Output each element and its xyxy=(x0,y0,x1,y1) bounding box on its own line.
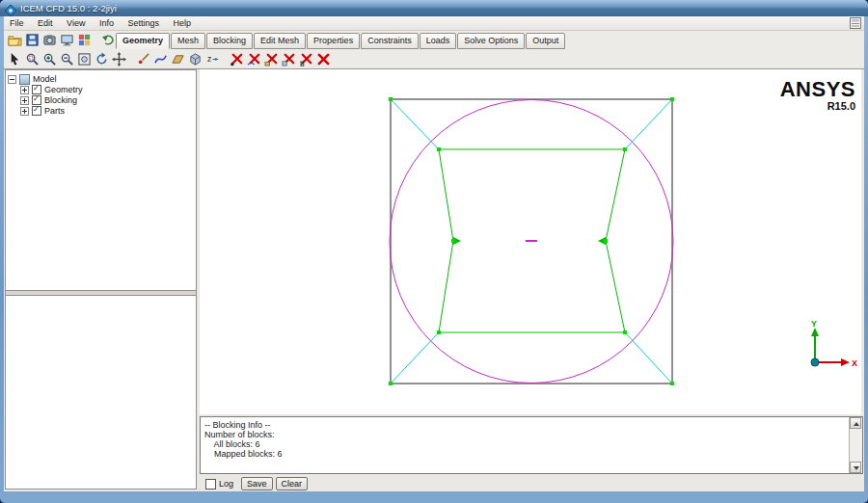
menu-view[interactable]: View xyxy=(61,16,91,30)
ansys-logo: ANSYS R15.0 xyxy=(780,79,855,113)
tab-constraints[interactable]: Constraints xyxy=(361,33,419,49)
log-controls: Log Save Clear xyxy=(200,476,861,491)
log-line: Mapped blocks: 6 xyxy=(204,449,847,459)
tab-mesh[interactable]: Mesh xyxy=(171,33,205,49)
fit-view-icon[interactable] xyxy=(76,51,93,66)
tree-item-parts[interactable]: Parts xyxy=(20,106,83,116)
y-axis-arrow xyxy=(811,328,819,336)
create-point-icon[interactable] xyxy=(135,51,151,66)
model-scene[interactable] xyxy=(200,69,861,414)
checkbox-checked-icon[interactable] xyxy=(32,95,41,105)
create-surface-icon[interactable] xyxy=(170,51,186,66)
log-line: -- Blocking Info -- xyxy=(204,420,847,430)
log-line: All blocks: 6 xyxy=(204,439,847,449)
message-log-panel: -- Blocking Info -- Number of blocks: Al… xyxy=(200,416,863,474)
tree-label-parts: Parts xyxy=(44,106,65,116)
tab-bar: Geometry Mesh Blocking Edit Mesh Propert… xyxy=(116,33,566,49)
rotate-view-icon[interactable] xyxy=(94,51,110,66)
tab-blocking[interactable]: Blocking xyxy=(206,33,253,49)
pan-view-icon[interactable] xyxy=(111,51,127,66)
tab-geometry[interactable]: Geometry xyxy=(116,33,170,49)
title-bar[interactable]: ICEM CFD 15.0 : 2-2jiyi xyxy=(0,0,868,16)
log-checkbox[interactable] xyxy=(205,479,216,490)
create-curve-icon[interactable] xyxy=(152,51,169,66)
tab-properties[interactable]: Properties xyxy=(307,33,360,49)
app-icon[interactable] xyxy=(5,3,16,14)
scroll-down-icon[interactable] xyxy=(850,462,861,473)
tree-label-model: Model xyxy=(33,74,57,84)
tree-item-blocking[interactable]: Blocking xyxy=(20,95,83,105)
menu-bar: File Edit View Info Settings Help xyxy=(4,16,864,31)
toolbar-row-2: z xyxy=(4,50,864,69)
expand-icon[interactable] xyxy=(20,107,29,116)
open-icon[interactable] xyxy=(7,32,23,47)
save-button[interactable]: Save xyxy=(241,477,273,490)
zoom-in-icon[interactable] xyxy=(41,51,58,66)
select-icon[interactable] xyxy=(7,51,23,66)
create-body-icon[interactable] xyxy=(187,51,203,66)
ansys-logo-text: ANSYS xyxy=(780,79,855,100)
tab-loads[interactable]: Loads xyxy=(420,33,457,49)
save-icon[interactable] xyxy=(24,32,41,47)
tab-output[interactable]: Output xyxy=(526,33,565,49)
axis-triad: Y X xyxy=(778,318,861,376)
panel-splitter[interactable] xyxy=(6,290,196,296)
delete-curve-icon[interactable] xyxy=(246,51,262,66)
delete-mesh-icon[interactable] xyxy=(298,51,314,66)
expand-icon[interactable] xyxy=(20,86,29,94)
zoom-out-icon[interactable] xyxy=(59,51,75,66)
y-axis-label: Y xyxy=(811,319,817,329)
menu-help[interactable]: Help xyxy=(168,16,198,30)
zoom-window-icon[interactable] xyxy=(24,51,41,66)
menu-settings[interactable]: Settings xyxy=(122,16,165,30)
menu-file[interactable]: File xyxy=(4,16,30,30)
capture-icon[interactable] xyxy=(41,32,58,47)
tree-item-geometry[interactable]: Geometry xyxy=(20,85,83,94)
z-axis-dot xyxy=(811,358,819,366)
delete-any-icon[interactable] xyxy=(315,51,332,66)
model-tree-panel: Model Geometry Blocking xyxy=(5,69,197,490)
expand-icon[interactable] xyxy=(20,96,29,105)
log-text: -- Blocking Info -- Number of blocks: Al… xyxy=(204,420,847,459)
x-axis-label: X xyxy=(852,358,857,368)
model-icon xyxy=(19,74,30,85)
collapse-icon[interactable] xyxy=(8,75,16,84)
tree-item-model[interactable]: Model xyxy=(8,74,83,84)
tree-label-geometry: Geometry xyxy=(44,85,83,94)
log-scrollbar[interactable] xyxy=(849,417,862,473)
checkbox-checked-icon[interactable] xyxy=(32,106,41,116)
toolbar-row-1: Geometry Mesh Blocking Edit Mesh Propert… xyxy=(4,31,864,50)
app-window: ICEM CFD 15.0 : 2-2jiyi File Edit View I… xyxy=(0,0,868,503)
svg-text:z: z xyxy=(207,54,211,64)
viewport[interactable]: ANSYS R15.0 Y X xyxy=(200,69,861,414)
z-scale-icon[interactable]: z xyxy=(204,51,221,66)
delete-body-icon[interactable] xyxy=(281,51,297,66)
x-axis-arrow xyxy=(841,358,850,366)
tab-solve-options[interactable]: Solve Options xyxy=(457,33,525,49)
menu-edit[interactable]: Edit xyxy=(32,16,59,30)
log-checkbox-label: Log xyxy=(219,479,233,489)
tab-edit-mesh[interactable]: Edit Mesh xyxy=(254,33,306,49)
log-line: Number of blocks: xyxy=(204,430,847,439)
panel-toggle-icon[interactable] xyxy=(850,17,861,29)
delete-surface-icon[interactable] xyxy=(263,51,280,66)
window-title: ICEM CFD 15.0 : 2-2jiyi xyxy=(20,3,117,13)
model-tree: Model Geometry Blocking xyxy=(8,74,83,117)
tree-label-blocking: Blocking xyxy=(44,95,77,105)
clear-button[interactable]: Clear xyxy=(276,477,309,490)
ansys-version-text: R15.0 xyxy=(780,100,855,113)
checkbox-checked-icon[interactable] xyxy=(32,85,41,94)
delete-point-icon[interactable] xyxy=(229,51,245,66)
menu-info[interactable]: Info xyxy=(94,16,120,30)
undo-icon[interactable] xyxy=(100,32,117,47)
scroll-up-icon[interactable] xyxy=(850,417,861,429)
client-area: File Edit View Info Settings Help xyxy=(4,16,864,491)
palette-icon[interactable] xyxy=(76,32,93,47)
display-icon[interactable] xyxy=(59,32,75,47)
